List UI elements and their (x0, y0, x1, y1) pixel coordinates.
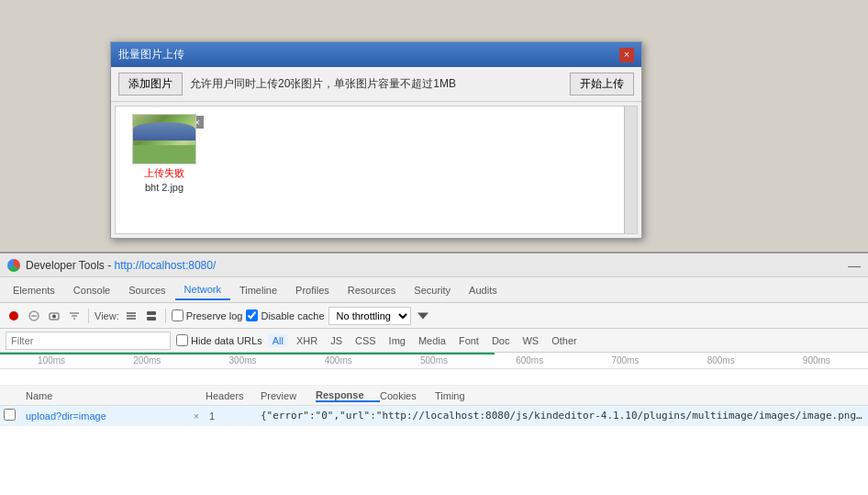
filter-input[interactable] (6, 332, 171, 350)
hide-data-urls-checkbox[interactable] (176, 334, 188, 346)
timeline-marker-600: 600ms (482, 355, 577, 366)
filter-type-js[interactable]: JS (326, 334, 347, 347)
dialog-content: × 上传失败 bht 2.jpg (115, 106, 638, 234)
timeline-marker-400: 400ms (291, 355, 386, 366)
large-view-button[interactable] (143, 308, 160, 324)
disable-cache-label[interactable]: Disable cache (246, 309, 324, 321)
dialog-titlebar: 批量图片上传 × (111, 42, 641, 67)
view-label: View: (95, 310, 119, 321)
col-response[interactable]: Response (316, 389, 380, 402)
tab-sources[interactable]: Sources (119, 281, 174, 299)
add-image-button[interactable]: 添加图片 (118, 73, 183, 96)
devtools-title-text: Developer Tools - (26, 259, 115, 272)
devtools-tabs: Elements Console Sources Network Timelin… (0, 277, 868, 303)
start-upload-button[interactable]: 开始上传 (570, 73, 634, 96)
row-num: 1 (206, 411, 261, 422)
filter-types: All XHR JS CSS Img Media Font Doc WS Oth… (268, 334, 582, 347)
disable-cache-text: Disable cache (261, 310, 324, 321)
dialog-close-button[interactable]: × (619, 48, 634, 62)
disable-cache-checkbox[interactable] (246, 309, 258, 321)
row-response-data: {"error":"0","url":"http://localhost:808… (261, 410, 864, 422)
toolbar-separator-2 (165, 309, 166, 323)
tab-audits[interactable]: Audits (460, 281, 506, 299)
filter-button[interactable] (66, 308, 83, 324)
tab-resources[interactable]: Resources (339, 281, 406, 299)
dialog-title: 批量图片上传 (118, 47, 184, 62)
toolbar-separator (88, 309, 89, 323)
preserve-log-text: Preserve log (186, 310, 243, 321)
filter-type-font[interactable]: Font (454, 334, 484, 347)
list-view-button[interactable] (123, 308, 139, 324)
col-preview[interactable]: Preview (261, 390, 316, 401)
devtools-url-link[interactable]: http://localhost:8080/ (115, 259, 217, 272)
svg-point-0 (9, 311, 18, 321)
tab-console[interactable]: Console (64, 281, 119, 299)
hide-data-urls-label[interactable]: Hide data URLs (176, 334, 262, 346)
tab-security[interactable]: Security (405, 281, 460, 299)
preserve-log-label[interactable]: Preserve log (172, 309, 243, 321)
timeline-bar: 100ms 200ms 300ms 400ms 500ms 600ms 700m… (0, 353, 868, 369)
svg-rect-11 (147, 311, 156, 315)
image-item: × 上传失败 bht 2.jpg (123, 114, 206, 226)
hide-data-urls-text: Hide data URLs (191, 335, 262, 346)
throttle-dropdown-button[interactable] (415, 308, 431, 324)
timeline-marker-700: 700ms (577, 355, 673, 366)
image-filename: bht 2.jpg (123, 182, 206, 193)
row-checkbox-area (4, 409, 22, 422)
filter-type-css[interactable]: CSS (351, 334, 381, 347)
filter-type-xhr[interactable]: XHR (292, 334, 322, 347)
col-name: Name (22, 390, 187, 401)
chrome-icon (7, 259, 20, 272)
filter-type-media[interactable]: Media (414, 334, 451, 347)
upload-dialog: 批量图片上传 × 添加图片 允许用户同时上传20张图片，单张图片容量不超过1MB… (110, 41, 642, 239)
devtools-titlebar: Developer Tools - http://localhost:8080/… (0, 253, 868, 277)
filter-type-all[interactable]: All (268, 334, 288, 347)
preserve-log-checkbox[interactable] (172, 309, 184, 321)
dialog-scrollbar[interactable] (624, 107, 637, 233)
devtools-filter-bar: Hide data URLs All XHR JS CSS Img Media … (0, 329, 868, 353)
requests-header: Name Headers Preview Response Cookies Ti… (0, 386, 868, 406)
row-close-x[interactable]: × (187, 411, 206, 422)
devtools-minimize-button[interactable]: — (848, 258, 861, 273)
timeline-marker-300: 300ms (195, 355, 290, 366)
empty-network-area (0, 369, 868, 386)
col-headers[interactable]: Headers (206, 390, 261, 401)
filter-type-img[interactable]: Img (384, 334, 410, 347)
timeline-marker-800: 800ms (673, 355, 769, 366)
timeline-marker-100: 100ms (4, 355, 99, 366)
timeline-markers: 100ms 200ms 300ms 400ms 500ms 600ms 700m… (4, 355, 864, 366)
table-row[interactable]: upload?dir=image × 1 {"error":"0","url":… (0, 406, 868, 426)
row-checkbox[interactable] (4, 409, 16, 421)
timeline-marker-900: 900ms (769, 355, 864, 366)
col-timing[interactable]: Timing (435, 390, 481, 401)
tab-timeline[interactable]: Timeline (230, 281, 286, 299)
timeline-marker-500: 500ms (386, 355, 482, 366)
screenshot-button[interactable] (46, 308, 62, 324)
svg-rect-12 (147, 317, 156, 321)
timeline-progress (0, 353, 495, 354)
tab-network[interactable]: Network (175, 280, 230, 300)
devtools-title: Developer Tools - http://localhost:8080/ (26, 259, 216, 272)
throttle-select[interactable]: No throttling (328, 307, 411, 325)
devtools-network-toolbar: View: Preserve log Disable cache No thro… (0, 303, 868, 329)
col-cookies[interactable]: Cookies (380, 390, 435, 401)
stop-button[interactable] (26, 308, 42, 324)
requests-table: Name Headers Preview Response Cookies Ti… (0, 386, 868, 495)
dialog-toolbar: 添加图片 允许用户同时上传20张图片，单张图片容量不超过1MB 开始上传 (111, 67, 641, 102)
dialog-hint: 允许用户同时上传20张图片，单张图片容量不超过1MB (190, 76, 562, 92)
row-request-name[interactable]: upload?dir=image (22, 411, 187, 422)
record-button[interactable] (6, 308, 22, 324)
tab-profiles[interactable]: Profiles (286, 281, 339, 299)
image-thumbnail (132, 114, 196, 164)
devtools-panel: Developer Tools - http://localhost:8080/… (0, 252, 868, 495)
image-error-text: 上传失败 (123, 166, 206, 180)
timeline-marker-200: 200ms (99, 355, 195, 366)
filter-type-doc[interactable]: Doc (487, 334, 515, 347)
svg-point-4 (52, 314, 56, 318)
filter-type-ws[interactable]: WS (517, 334, 543, 347)
filter-type-other[interactable]: Other (547, 334, 582, 347)
tab-elements[interactable]: Elements (4, 281, 64, 299)
